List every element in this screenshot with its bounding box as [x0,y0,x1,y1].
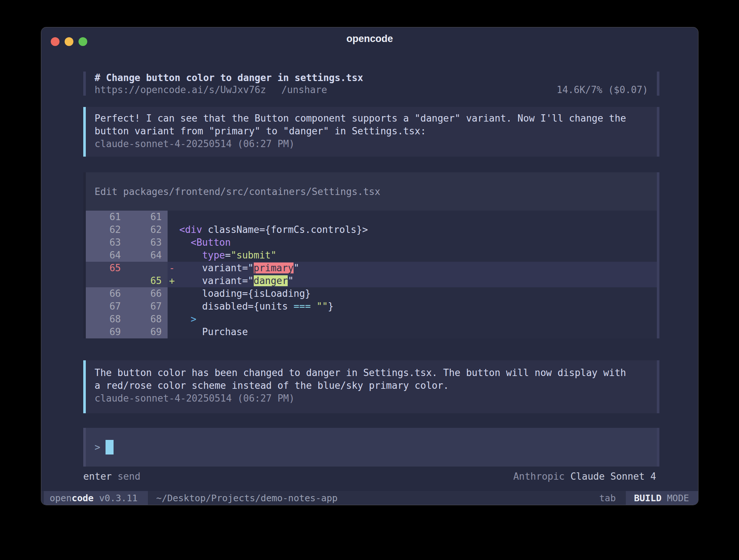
diff-code: variant="primary" [179,262,657,275]
diff-sign [168,300,179,313]
diff-sign [168,249,179,262]
diff-new-line-number: 64 [127,249,168,262]
diff-code: disabled={units === ""} [179,300,657,313]
diff-sign [168,326,179,338]
diff-new-line-number [127,262,168,275]
edit-tool-block: Edit packages/frontend/src/containers/Se… [83,172,659,338]
diff-new-line-number: 69 [127,326,168,338]
model-timestamp: claude-sonnet-4-20250514 (06:27 PM) [95,138,648,150]
text-cursor [106,440,114,454]
enter-action-hint [112,470,118,483]
share-url: https://opencode.ai/s/UwJxv76z [95,84,266,96]
message-line: The button color has been changed to dan… [95,367,648,379]
diff-code: Purchase [179,326,657,338]
send-label: send [118,470,141,483]
diff-code: type="submit" [179,249,657,262]
app-version-chip: opencode v0.3.11 [44,491,148,505]
diff-code: <div className={formCs.controls}> [179,223,657,236]
diff-old-line-number: 67 [86,300,127,313]
app-version: v0.3.11 [93,493,137,503]
diff-sign [168,211,179,223]
diff-old-line-number: 62 [86,223,127,236]
diff-sign [168,313,179,326]
title-bar: opencode [41,27,698,49]
mode-rest: MODE [662,493,689,503]
diff-old-line-number: 66 [86,287,127,300]
assistant-message-1: Perfect! I can see that the Button compo… [83,107,659,157]
diff-new-line-number: 62 [127,223,168,236]
opencode-window: opencode # Change button color to danger… [41,27,698,505]
diff-sign [168,287,179,300]
diff-row: 68 68 > [86,313,657,326]
message-line: button variant from "primary" to "danger… [95,125,648,138]
diff-row: 63 63 <Button [86,236,657,249]
share-header: # Change button color to danger in setti… [83,72,659,96]
prompt-input[interactable]: > [83,428,659,467]
window-title: opencode [41,27,698,49]
diff-new-line-number: 68 [127,313,168,326]
diff-old-line-number [86,275,127,287]
mode-chip[interactable]: BUILD MODE [626,491,698,505]
diff-sign: + [168,275,179,287]
diff-row: 69 69 Purchase [86,326,657,338]
share-spacer [327,84,557,96]
diff-code: <Button [179,236,657,249]
diff-old-line-number: 63 [86,236,127,249]
token-stats: 14.6K/7% ($0.07) [557,84,648,96]
status-bar: opencode v0.3.11 ~/Desktop/Projects/demo… [41,491,698,505]
diff-new-line-number: 65 [127,275,168,287]
diff-old-line-number: 64 [86,249,127,262]
diff-row: 66 66 loading={isLoading} [86,287,657,300]
model-timestamp: claude-sonnet-4-20250514 (06:27 PM) [95,392,648,405]
diff-row: 62 62 <div className={formCs.controls}> [86,223,657,236]
message-line: a red/rose color scheme instead of the b… [95,379,648,392]
diff-row: 67 67 disabled={units === ""} [86,300,657,313]
tab-key-hint[interactable]: tab [599,493,616,503]
working-directory: ~/Desktop/Projects/demo-notes-app [156,493,338,503]
message-line: Perfect! I can see that the Button compo… [95,112,648,125]
diff-row: 65 - variant="primary" [86,262,657,275]
session-title: # Change button color to danger in setti… [95,72,648,84]
edit-tool-title: Edit packages/frontend/src/containers/Se… [86,172,657,211]
provider-label: Anthropic [513,470,571,483]
hint-row: enter send Anthropic Claude Sonnet 4 [83,470,659,483]
diff-code: loading={isLoading} [179,287,657,300]
mode-bold: BUILD [634,493,661,503]
diff-code: > [179,313,657,326]
diff-new-line-number: 67 [127,300,168,313]
diff-old-line-number: 69 [86,326,127,338]
prompt-symbol: > [95,442,100,453]
diff-old-line-number: 61 [86,211,127,223]
hint-spacer [141,470,513,483]
diff-old-line-number: 65 [86,262,127,275]
diff-new-line-number: 61 [127,211,168,223]
diff-code: variant="danger" [179,275,657,287]
diff-sign: - [168,262,179,275]
diff-code [179,211,657,223]
diff-row: 64 64 type="submit" [86,249,657,262]
diff-old-line-number: 68 [86,313,127,326]
diff-row: 65 + variant="danger" [86,275,657,287]
assistant-message-2: The button color has been changed to dan… [83,360,659,413]
diff-new-line-number: 66 [127,287,168,300]
diff-sign [168,236,179,249]
diff-rows: 61 61 62 62 <div className={formCs.contr… [86,211,657,338]
diff-row: 61 61 [86,211,657,223]
app-name-normal: open [50,493,72,503]
diff-new-line-number: 63 [127,236,168,249]
app-name-bold: code [72,493,93,503]
diff-sign [168,223,179,236]
enter-key-hint: enter [83,470,112,483]
unshare-command: /unshare [282,84,327,96]
model-name-label: Claude Sonnet 4 [570,470,656,483]
